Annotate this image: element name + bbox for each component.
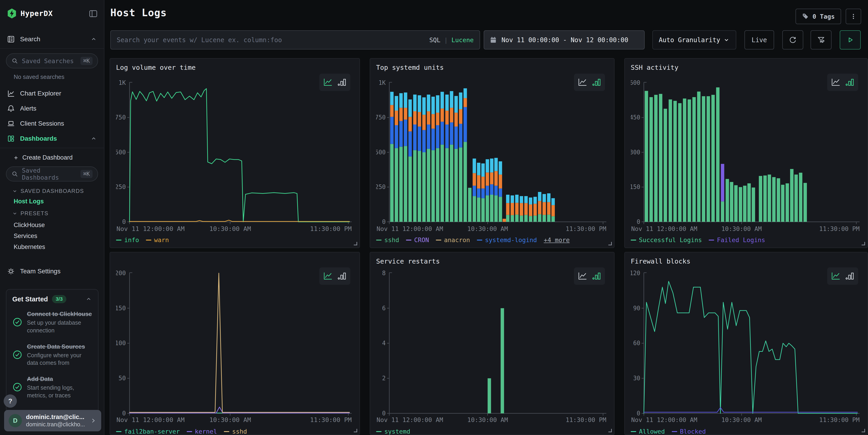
sidebar-item-label: Search [20, 36, 40, 43]
legend-label: warn [154, 237, 169, 244]
user-menu[interactable]: D dominic.tran@clic... dominic.tran@clic… [4, 410, 101, 431]
get-started-step-connect[interactable]: Connect to ClickHouse Set up your databa… [12, 310, 92, 335]
chart-legend: AllowedBlocked [631, 428, 861, 435]
legend-swatch [406, 240, 411, 241]
sidebar-item-team-settings[interactable]: Team Settings [0, 264, 104, 279]
chart-mode-toggle [574, 74, 605, 91]
bar-mode-icon[interactable] [844, 77, 855, 87]
bar-mode-icon[interactable] [337, 271, 347, 281]
legend-item[interactable]: fail2ban-server [116, 428, 180, 435]
line-mode-icon[interactable] [830, 271, 841, 281]
sidebar-item-label: Dashboards [20, 135, 57, 142]
tags-button[interactable]: 0 Tags [796, 9, 841, 24]
panel-menu-button[interactable] [846, 9, 861, 24]
chevron-down-icon [12, 188, 18, 194]
refresh-button[interactable] [782, 30, 803, 50]
get-started-step-sources[interactable]: Create Data Sources Configure where your… [12, 343, 92, 367]
svg-text:250: 250 [376, 184, 386, 190]
bar-mode-icon[interactable] [844, 271, 855, 281]
svg-text:Nov 11 12:00:00 AM: Nov 11 12:00:00 AM [117, 225, 185, 232]
shortcut-badge: ⌘K [81, 170, 93, 178]
get-started-card: Get Started 3/3 Connect to ClickHouse Se… [6, 289, 98, 430]
legend-item[interactable]: info [116, 237, 139, 244]
line-mode-icon[interactable] [577, 77, 588, 87]
logo[interactable]: HyperDX [7, 8, 53, 19]
filter-edit-icon [817, 36, 825, 44]
line-mode-icon[interactable] [322, 271, 333, 281]
legend-item[interactable]: sshd [376, 237, 399, 244]
preset-link-services[interactable]: Services [14, 232, 37, 240]
svg-text:11:30:00 PM: 11:30:00 PM [566, 225, 606, 232]
svg-text:0: 0 [122, 410, 126, 417]
chart-canvas[interactable]: 050100150200Nov 11 12:00:00 AM10:30:00 A… [116, 268, 353, 425]
sql-mode-toggle[interactable]: SQL [429, 36, 440, 43]
line-mode-icon[interactable] [322, 77, 333, 87]
legend-item[interactable]: kernel [187, 428, 217, 435]
date-range-value: Nov 11 00:00:00 - Nov 12 00:00:00 [501, 36, 628, 44]
bar-mode-icon[interactable] [591, 77, 602, 87]
sidebar-item-chart-explorer[interactable]: Chart Explorer [0, 86, 104, 101]
legend-item[interactable]: Failed Logins [709, 237, 765, 244]
divider [0, 48, 104, 49]
sidebar-item-label: Team Settings [20, 268, 60, 275]
line-mode-icon[interactable] [830, 77, 841, 87]
dashboard-link-host-logs[interactable]: Host Logs [14, 198, 44, 205]
section-saved-dashboards[interactable]: SAVED DASHBOARDS [12, 188, 84, 194]
legend-item[interactable]: sshd [224, 428, 247, 435]
legend-item[interactable]: Blocked [672, 428, 706, 435]
mode-separator: | [444, 36, 448, 43]
svg-text:10:30:00 AM: 10:30:00 AM [209, 416, 251, 423]
bar-mode-icon[interactable] [591, 271, 602, 281]
saved-searches-input[interactable]: Saved Searches ⌘K [6, 53, 98, 68]
filter-button[interactable] [811, 30, 832, 50]
sidebar-item-label: Chart Explorer [20, 90, 61, 97]
sidebar-item-client-sessions[interactable]: Client Sessions [0, 116, 104, 131]
line-mode-icon[interactable] [577, 271, 588, 281]
preset-link-clickhouse[interactable]: ClickHouse [14, 222, 45, 229]
legend-item[interactable]: CRON [406, 237, 429, 244]
run-query-button[interactable] [840, 30, 861, 50]
svg-text:500: 500 [116, 149, 126, 156]
user-email: dominic.tran@clickho... [26, 421, 85, 428]
legend-swatch [477, 240, 482, 241]
chart-canvas[interactable]: 0150300450600Nov 11 12:00:00 AM10:30:00 … [631, 74, 861, 233]
legend-item[interactable]: anacron [436, 237, 470, 244]
sidebar-collapse-icon[interactable] [89, 9, 98, 18]
granularity-select[interactable]: Auto Granularity [652, 30, 736, 50]
legend-item[interactable]: systemd [376, 428, 410, 435]
date-range-picker[interactable]: Nov 11 00:00:00 - Nov 12 00:00:00 [484, 30, 645, 50]
check-circle-icon [12, 317, 22, 328]
play-icon [846, 36, 854, 44]
live-button[interactable]: Live [744, 30, 774, 50]
chart-canvas[interactable]: 02468Nov 11 12:00:00 AM10:30:00 AM11:30:… [376, 268, 608, 425]
sidebar-item-alerts[interactable]: Alerts [0, 101, 104, 116]
legend-label: kernel [195, 428, 217, 435]
create-dashboard-button[interactable]: Create Dashboard [13, 154, 73, 161]
chart-canvas[interactable]: 02505007501KNov 11 12:00:00 AM10:30:00 A… [116, 74, 353, 233]
preset-link-kubernetes[interactable]: Kubernetes [14, 244, 45, 251]
panel-title: Service restarts [376, 257, 608, 266]
sidebar-item-dashboards[interactable]: Dashboards [0, 131, 104, 146]
svg-text:11:30:00 PM: 11:30:00 PM [310, 416, 352, 423]
legend-item[interactable]: warn [146, 237, 169, 244]
saved-searches-placeholder: Saved Searches [22, 58, 77, 64]
search-icon [11, 170, 18, 177]
lucene-mode-toggle[interactable]: Lucene [451, 36, 474, 43]
legend-item[interactable]: Successful Logins [631, 237, 702, 244]
bar-mode-icon[interactable] [337, 77, 347, 87]
saved-dashboards-input[interactable]: Saved Dashboards ⌘K [6, 166, 98, 182]
search-input[interactable]: Search your events w/ Lucene ex. column:… [110, 30, 480, 50]
legend-item[interactable]: systemd-logind [477, 237, 537, 244]
chart-canvas[interactable]: 0306090120Nov 11 12:00:00 AM10:30:00 AM1… [631, 268, 861, 425]
chevron-up-icon[interactable] [85, 296, 92, 303]
legend-more-link[interactable]: +4 more [544, 237, 569, 244]
svg-text:90: 90 [633, 305, 640, 312]
chart-canvas[interactable]: 02505007501KNov 11 12:00:00 AM10:30:00 A… [376, 74, 608, 233]
chart-legend: infowarn [116, 237, 353, 244]
legend-item[interactable]: Allowed [631, 428, 665, 435]
help-button[interactable]: ? [4, 395, 17, 408]
check-circle-icon [12, 382, 22, 393]
section-presets[interactable]: PRESETS [12, 210, 49, 217]
sidebar-item-search[interactable]: Search [0, 32, 104, 46]
get-started-step-add-data[interactable]: Add Data Start sending logs, metrics, or… [12, 375, 92, 399]
